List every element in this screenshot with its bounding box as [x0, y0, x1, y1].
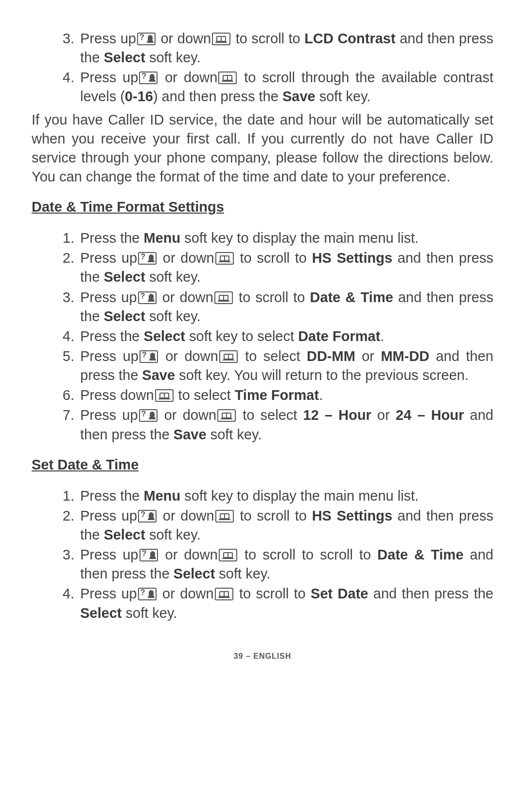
- page-footer: 39 – ENGLISH: [32, 652, 493, 661]
- list-text: Press the Menu soft key to display the m…: [80, 487, 493, 505]
- heading-date-time-format: Date & Time Format Settings: [32, 199, 493, 215]
- list-number: 7.: [32, 406, 80, 444]
- list-item: 4.Press the Select soft key to select Da…: [32, 327, 493, 346]
- bold-term: LCD Contrast: [304, 31, 395, 46]
- list-text: Press the Select soft key to select Date…: [80, 327, 493, 346]
- bold-term: 12 – Hour: [303, 407, 371, 423]
- bold-term: Select: [104, 50, 145, 65]
- continued-list: 3.Press up or down to scroll to LCD Cont…: [32, 29, 493, 107]
- down-key-icon: [215, 252, 234, 265]
- bold-term: Save: [282, 89, 315, 104]
- up-key-icon: [138, 510, 157, 523]
- bold-term: DD-MM: [307, 348, 355, 364]
- down-key-icon: [215, 588, 233, 600]
- list-item: 2.Press up or down to scroll to HS Setti…: [32, 249, 493, 287]
- up-key-icon: [138, 588, 157, 600]
- list-number: 1.: [32, 487, 80, 505]
- list-item: 4.Press up or down to scroll to Set Date…: [32, 584, 493, 622]
- bold-term: Select: [104, 308, 145, 324]
- bold-term: Select: [104, 269, 145, 285]
- down-key-icon: [219, 549, 237, 561]
- bold-term: MM-DD: [381, 348, 429, 364]
- list-number: 4.: [32, 68, 80, 106]
- set-date-time-list: 1.Press the Menu soft key to display the…: [32, 487, 493, 623]
- list-number: 4.: [32, 327, 80, 346]
- list-text: Press up or down to scroll through the a…: [80, 68, 493, 106]
- bold-term: Save: [174, 427, 207, 442]
- down-key-icon: [212, 33, 230, 45]
- bold-term: Select: [104, 527, 145, 542]
- list-text: Press up or down to select 12 – Hour or …: [80, 406, 493, 444]
- list-number: 2.: [32, 249, 80, 287]
- bold-term: Date & Time: [310, 289, 393, 305]
- info-paragraph: If you have Caller ID service, the date …: [32, 110, 493, 187]
- bold-term: Date Format: [298, 328, 380, 344]
- list-number: 6.: [32, 386, 80, 405]
- bold-term: Select: [174, 566, 215, 581]
- list-item: 1.Press the Menu soft key to display the…: [32, 229, 493, 248]
- list-item: 5.Press up or down to select DD-MM or MM…: [32, 347, 493, 385]
- down-key-icon: [218, 72, 237, 84]
- up-key-icon: [137, 33, 156, 45]
- bold-term: Time Format: [235, 387, 319, 403]
- bold-term: Menu: [144, 230, 181, 246]
- up-key-icon: [140, 350, 158, 363]
- up-key-icon: [138, 291, 157, 304]
- up-key-icon: [139, 72, 158, 84]
- bold-term: Select: [144, 328, 185, 344]
- bold-term: Save: [142, 367, 175, 383]
- list-number: 3.: [32, 288, 80, 326]
- down-key-icon: [214, 291, 233, 304]
- list-item: 1.Press the Menu soft key to display the…: [32, 487, 493, 505]
- date-time-format-list: 1.Press the Menu soft key to display the…: [32, 229, 493, 444]
- bold-term: HS Settings: [312, 250, 392, 266]
- list-text: Press up or down to scroll to Set Date a…: [80, 584, 493, 622]
- up-key-icon: [139, 409, 158, 422]
- bold-term: HS Settings: [312, 508, 392, 523]
- list-item: 2.Press up or down to scroll to HS Setti…: [32, 506, 493, 544]
- list-text: Press up or down to select DD-MM or MM-D…: [80, 347, 493, 385]
- down-key-icon: [215, 510, 234, 523]
- list-number: 1.: [32, 229, 80, 248]
- list-text: Press up or down to scroll to HS Setting…: [80, 506, 493, 544]
- list-number: 5.: [32, 347, 80, 385]
- list-item: 3.Press up or down to scroll to Date & T…: [32, 288, 493, 326]
- bold-term: 24 – Hour: [396, 407, 464, 423]
- list-number: 3.: [32, 545, 80, 583]
- down-key-icon: [155, 389, 174, 402]
- list-text: Press up or down to scroll to scroll to …: [80, 545, 493, 583]
- list-number: 4.: [32, 584, 80, 622]
- bold-term: Menu: [144, 488, 181, 504]
- manual-page: 3.Press up or down to scroll to LCD Cont…: [0, 0, 525, 680]
- list-text: Press up or down to scroll to Date & Tim…: [80, 288, 493, 326]
- list-number: 2.: [32, 506, 80, 544]
- bold-term: Select: [80, 605, 122, 621]
- bold-term: Date & Time: [377, 547, 463, 562]
- list-item: 4.Press up or down to scroll through the…: [32, 68, 493, 106]
- down-key-icon: [219, 350, 238, 363]
- bold-term: Set Date: [311, 586, 368, 601]
- heading-set-date-time: Set Date & Time: [32, 457, 493, 473]
- list-item: 7.Press up or down to select 12 – Hour o…: [32, 406, 493, 444]
- list-number: 3.: [32, 29, 80, 67]
- list-text: Press the Menu soft key to display the m…: [80, 229, 493, 248]
- down-key-icon: [217, 409, 236, 422]
- list-text: Press up or down to scroll to HS Setting…: [80, 249, 493, 287]
- bold-term: 0-16: [125, 89, 153, 104]
- list-item: 3.Press up or down to scroll to LCD Cont…: [32, 29, 493, 67]
- list-text: Press down to select Time Format.: [80, 386, 493, 405]
- list-item: 6.Press down to select Time Format.: [32, 386, 493, 405]
- up-key-icon: [138, 252, 157, 265]
- list-text: Press up or down to scroll to LCD Contra…: [80, 29, 493, 67]
- list-item: 3.Press up or down to scroll to scroll t…: [32, 545, 493, 583]
- up-key-icon: [140, 549, 158, 561]
